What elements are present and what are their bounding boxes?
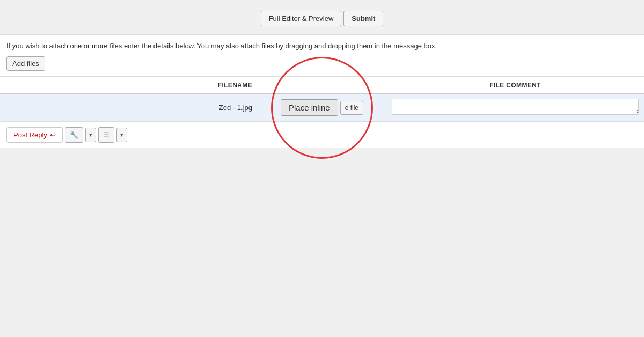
post-reply-button[interactable]: Post Reply ↩: [6, 127, 63, 143]
actions-cell: Place inline e file: [258, 94, 386, 121]
tools-dropdown-button[interactable]: ▾: [85, 128, 96, 142]
list-icon: ☰: [103, 131, 109, 139]
attach-section: If you wish to attach one or more files …: [0, 34, 644, 77]
attach-info: If you wish to attach one or more files …: [6, 41, 638, 51]
chevron-down-icon: ▾: [89, 131, 92, 138]
wrench-icon: 🔧: [70, 131, 78, 139]
top-area: Full Editor & Preview Submit: [0, 0, 644, 34]
top-buttons: Full Editor & Preview Submit: [261, 11, 384, 26]
files-table-wrapper: FILENAME FILE COMMENT Zed - 1.jpg Place …: [0, 77, 644, 121]
comment-header: FILE COMMENT: [386, 77, 644, 94]
list-button[interactable]: ☰: [98, 127, 114, 143]
actions-wrapper: Place inline e file: [263, 99, 381, 116]
post-reply-label: Post Reply: [13, 131, 47, 139]
actions-header: [258, 77, 386, 94]
full-editor-button[interactable]: Full Editor & Preview: [261, 11, 342, 26]
bottom-toolbar: Post Reply ↩ 🔧 ▾ ☰ ▾: [0, 121, 644, 148]
comment-cell: [386, 94, 644, 121]
table-row: Zed - 1.jpg Place inline e file: [0, 94, 644, 121]
place-inline-button[interactable]: Place inline: [281, 99, 338, 116]
submit-button[interactable]: Submit: [343, 11, 383, 26]
files-table: FILENAME FILE COMMENT Zed - 1.jpg Place …: [0, 77, 644, 121]
filename-header: FILENAME: [0, 77, 258, 94]
list-dropdown-button[interactable]: ▾: [116, 128, 127, 142]
file-comment-input[interactable]: [392, 99, 639, 115]
filename-cell: Zed - 1.jpg: [0, 94, 258, 121]
reply-icon: ↩: [50, 131, 56, 139]
tools-button[interactable]: 🔧: [65, 127, 83, 143]
remove-file-button[interactable]: e file: [340, 101, 363, 115]
add-files-button[interactable]: Add files: [6, 56, 45, 71]
list-chevron-down-icon: ▾: [120, 131, 123, 138]
